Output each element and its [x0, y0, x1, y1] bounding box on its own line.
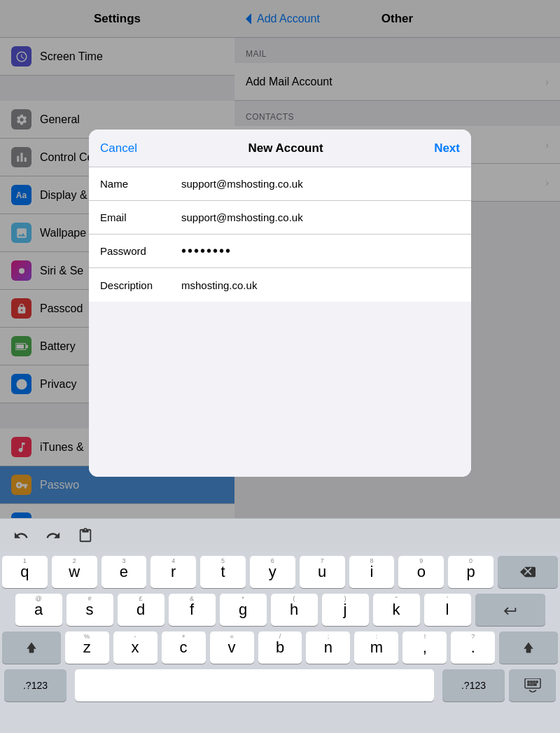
symbol-right-label: .?123 [461, 680, 486, 691]
backspace-key[interactable] [498, 556, 558, 588]
key-a[interactable]: @ a [15, 594, 62, 626]
redo-button[interactable] [41, 523, 66, 548]
name-label: Name [100, 178, 170, 190]
key-g[interactable]: * g [220, 594, 267, 626]
shift-right-key[interactable] [499, 631, 558, 664]
paste-button[interactable] [73, 523, 98, 548]
email-label: Email [100, 211, 170, 223]
key-w[interactable]: 2 w [52, 556, 97, 588]
key-s[interactable]: # s [66, 594, 113, 626]
key-n[interactable]: ; n [306, 631, 350, 664]
modal-header: Cancel New Account Next [89, 130, 471, 167]
key-x[interactable]: - x [113, 631, 158, 664]
space-key[interactable] [75, 669, 434, 701]
key-b[interactable]: / b [258, 631, 302, 664]
modal-title: New Account [248, 141, 323, 155]
modal-body: Name support@mshosting.co.uk Email suppo… [89, 167, 471, 302]
undo-button[interactable] [8, 523, 34, 548]
key-q[interactable]: 1 q [2, 556, 48, 588]
symbol-left-key[interactable]: .?123 [4, 669, 66, 701]
password-label: Password [100, 245, 170, 257]
key-k[interactable]: " k [373, 594, 420, 626]
keyboard-hide-key[interactable] [509, 669, 556, 701]
key-r[interactable]: 4 r [150, 556, 196, 588]
key-u[interactable]: 7 u [300, 556, 345, 588]
key-row-bottom: .?123 .?123 [2, 669, 558, 701]
form-row-name: Name support@mshosting.co.uk [89, 167, 471, 201]
svg-rect-4 [525, 678, 540, 688]
password-value[interactable]: •••••••• [181, 243, 232, 259]
name-value[interactable]: support@mshosting.co.uk [181, 178, 303, 190]
key-l[interactable]: ' l [424, 594, 471, 626]
key-comma[interactable]: ! , [402, 631, 447, 664]
key-j[interactable]: ) j [322, 594, 369, 626]
key-y[interactable]: 6 y [250, 556, 295, 588]
key-i[interactable]: 8 i [349, 556, 395, 588]
symbol-left-label: .?123 [23, 680, 48, 691]
keyboard-toolbar [0, 518, 560, 552]
key-c[interactable]: + c [162, 631, 206, 664]
modal-overlay: Cancel New Account Next Name support@msh… [0, 0, 560, 518]
keyboard-rows: 1 q 2 w 3 e 4 r 5 t 6 y [0, 552, 560, 704]
description-value[interactable]: mshosting.co.uk [181, 279, 257, 291]
key-o[interactable]: 9 o [398, 556, 444, 588]
key-t[interactable]: 5 t [200, 556, 246, 588]
form-row-password: Password •••••••• [89, 235, 471, 268]
key-z[interactable]: % z [65, 631, 109, 664]
key-m[interactable]: : m [354, 631, 398, 664]
email-value[interactable]: support@mshosting.co.uk [181, 211, 303, 223]
key-v[interactable]: = v [210, 631, 254, 664]
new-account-modal: Cancel New Account Next Name support@msh… [89, 130, 471, 477]
key-h[interactable]: ( h [271, 594, 318, 626]
modal-bottom-space [89, 302, 471, 477]
key-row-1: 1 q 2 w 3 e 4 r 5 t 6 y [2, 556, 558, 588]
form-row-description: Description mshosting.co.uk [89, 268, 471, 302]
key-p[interactable]: 0 p [448, 556, 493, 588]
next-button[interactable]: Next [434, 141, 460, 155]
key-e[interactable]: 3 e [102, 556, 147, 588]
form-row-email: Email support@mshosting.co.uk [89, 201, 471, 235]
key-row-3: % z - x + c = v / b ; n [2, 631, 558, 664]
key-period[interactable]: ? . [451, 631, 495, 664]
symbol-right-key[interactable]: .?123 [442, 669, 505, 701]
key-row-2: @ a # s £ d & f * g ( h [2, 594, 558, 626]
key-f[interactable]: & f [169, 594, 216, 626]
return-key[interactable] [475, 594, 545, 626]
cancel-button[interactable]: Cancel [100, 141, 137, 155]
shift-left-key[interactable] [2, 631, 61, 664]
keyboard-area: 1 q 2 w 3 e 4 r 5 t 6 y [0, 518, 560, 733]
key-d[interactable]: £ d [118, 594, 164, 626]
description-label: Description [100, 279, 170, 291]
